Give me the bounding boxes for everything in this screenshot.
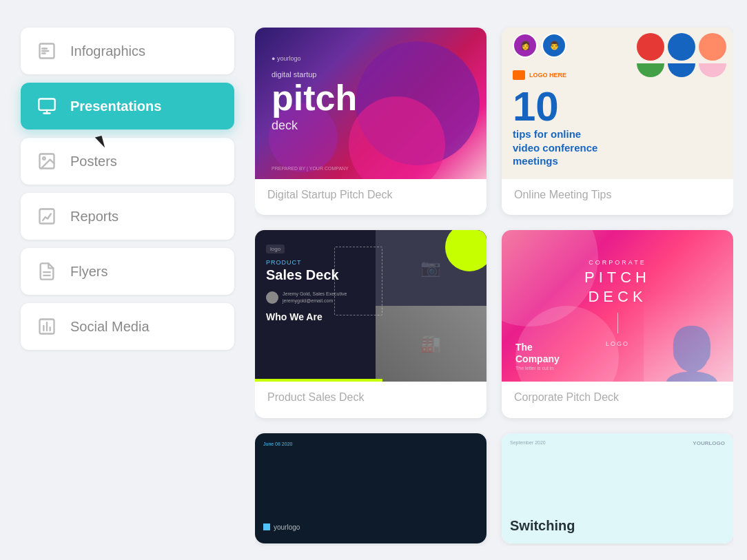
- shape-green-half: [637, 63, 664, 77]
- thumb-title: Switching: [510, 518, 575, 534]
- template-title: Online Meeting Tips: [502, 179, 733, 212]
- template-card-partial-left[interactable]: June 08 2020 yourlogo: [255, 433, 487, 543]
- pitch-text: PITCH: [584, 269, 651, 287]
- sidebar-item-presentations[interactable]: Presentations: [21, 83, 234, 129]
- logo-text: yourlogo: [274, 523, 300, 531]
- template-card-online-meeting[interactable]: 👩 👨 LOGO HERE 10 tips for online: [502, 28, 733, 215]
- template-thumb: 👩 👨 LOGO HERE 10 tips for online: [502, 28, 733, 179]
- template-title: Product Sales Deck: [255, 382, 487, 415]
- dashed-box: [334, 247, 382, 315]
- sidebar: Infographics Presentations: [21, 21, 234, 546]
- template-title: Digital Startup Pitch Deck: [255, 179, 487, 212]
- shape-blue-circle: [668, 33, 695, 61]
- svg-rect-9: [40, 209, 54, 224]
- thumb-number: 10: [513, 86, 559, 127]
- sidebar-item-social-media[interactable]: Social Media: [21, 303, 234, 350]
- template-card-partial-right[interactable]: September 2020 YOURLOGO Switching: [502, 433, 733, 543]
- template-thumb: September 2020 YOURLOGO Switching: [502, 433, 733, 543]
- person-avatar: [266, 291, 278, 304]
- person-avatar-2: 👨: [542, 33, 566, 58]
- svg-rect-4: [39, 99, 54, 110]
- thumb-logo: logo: [266, 245, 285, 253]
- sidebar-item-label: Flyers: [70, 264, 108, 280]
- template-grid: ● yourlogo digital startup pitch deck PR…: [255, 21, 733, 546]
- yourlogo-text: YOURLOGO: [693, 440, 725, 446]
- template-title: Corporate Pitch Deck: [502, 382, 733, 415]
- company-sub: The letter is cut in: [515, 366, 560, 371]
- company-text: TheCompany The letter is cut in: [515, 342, 560, 371]
- template-thumb: CORPORATE PITCH DECK LOGO TheCompany The…: [502, 230, 733, 382]
- line-chart-icon: [36, 205, 58, 227]
- template-card-digital-startup[interactable]: ● yourlogo digital startup pitch deck PR…: [255, 28, 487, 215]
- svg-point-8: [43, 157, 45, 160]
- shape-blue-half: [668, 63, 695, 77]
- person-avatar-1: 👩: [513, 33, 538, 58]
- thumb-sub-text: deck: [272, 118, 357, 133]
- logo-text: LOGO HERE: [529, 72, 566, 79]
- template-thumb: ● yourlogo digital startup pitch deck PR…: [255, 28, 487, 179]
- template-card-product-sales[interactable]: logo PRODUCT Sales Deck Jeremy Gold, Sal…: [255, 230, 487, 417]
- sidebar-item-posters[interactable]: Posters: [21, 138, 234, 185]
- bar-chart-icon: [36, 40, 58, 62]
- shape-red-circle: [637, 33, 664, 61]
- template-thumb: June 08 2020 yourlogo: [255, 433, 487, 543]
- thumb-date: September 2020: [510, 440, 546, 445]
- sidebar-item-infographics[interactable]: Infographics: [21, 28, 234, 74]
- shape-pink-half: [699, 63, 726, 77]
- neon-bar: [255, 379, 382, 382]
- sidebar-item-label: Social Media: [70, 319, 150, 335]
- app-layout: Infographics Presentations: [0, 0, 747, 560]
- thumb-big-text: pitch: [272, 80, 357, 116]
- logo-text: LOGO: [584, 340, 651, 347]
- logo-icon: [513, 70, 525, 80]
- sidebar-item-label: Reports: [70, 209, 119, 225]
- thumb-tips: tips for online video conference meeting…: [513, 127, 597, 168]
- sidebar-item-label: Infographics: [70, 43, 145, 59]
- thumb-photo-top: 📷: [376, 230, 487, 306]
- thumb-date: June 08 2020: [263, 442, 292, 446]
- company-name: TheCompany: [515, 342, 560, 365]
- person-silhouette: 👤: [644, 271, 733, 382]
- thumb-4-content: CORPORATE PITCH DECK LOGO: [584, 259, 651, 353]
- thumb-logo: ● yourlogo: [272, 55, 357, 62]
- sidebar-item-flyers[interactable]: Flyers: [21, 248, 234, 295]
- thumb-2-logo: LOGO HERE: [513, 70, 566, 80]
- sidebar-item-reports[interactable]: Reports: [21, 193, 234, 240]
- template-thumb: logo PRODUCT Sales Deck Jeremy Gold, Sal…: [255, 230, 487, 382]
- thumb-2-text: 10 tips for online video conference meet…: [513, 86, 597, 168]
- bar-chart-2-icon: [36, 315, 58, 338]
- image-icon: [36, 150, 58, 172]
- presentation-icon: [36, 95, 58, 117]
- thumb-photo-bottom: 🏭: [376, 306, 487, 382]
- thumb-logo: yourlogo: [263, 523, 300, 531]
- thumb-prepared: PREPARED BY | YOUR COMPANY: [272, 166, 349, 171]
- template-card-corporate-pitch[interactable]: CORPORATE PITCH DECK LOGO TheCompany The…: [502, 230, 733, 417]
- sidebar-item-label: Presentations: [70, 98, 161, 114]
- thumb-text: ● yourlogo digital startup pitch deck: [272, 55, 357, 133]
- corp-text: CORPORATE: [584, 259, 651, 266]
- divider: [617, 313, 618, 333]
- sidebar-item-label: Posters: [70, 154, 117, 169]
- shape-orange-circle: [699, 33, 726, 61]
- deck-text: DECK: [584, 288, 651, 306]
- file-text-icon: [36, 260, 58, 282]
